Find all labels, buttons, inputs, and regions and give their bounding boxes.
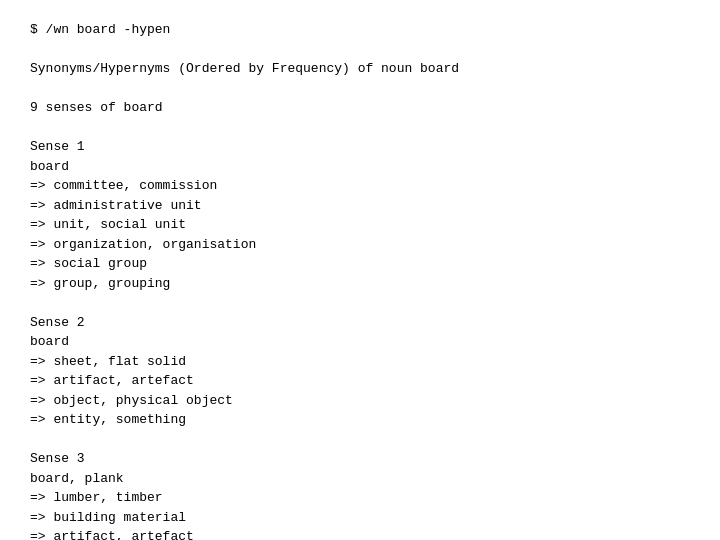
command-text: $ /wn board -hypen bbox=[30, 22, 170, 37]
sense-2-line-1: => sheet, flat solid bbox=[30, 352, 690, 372]
sense-2-block: Sense 2 board => sheet, flat solid => ar… bbox=[30, 313, 690, 430]
sense-3-label: Sense 3 bbox=[30, 449, 690, 469]
sense-2-line-3: => object, physical object bbox=[30, 391, 690, 411]
sense-1-line-6: => group, grouping bbox=[30, 274, 690, 294]
sense-1-line-2: => administrative unit bbox=[30, 196, 690, 216]
sense-1-word: board bbox=[30, 157, 690, 177]
senses-intro: 9 senses of board bbox=[30, 98, 690, 118]
sense-2-word: board bbox=[30, 332, 690, 352]
sense-2-line-2: => artifact, artefact bbox=[30, 371, 690, 391]
sense-1-line-1: => committee, commission bbox=[30, 176, 690, 196]
sense-3-line-3: => artifact, artefact bbox=[30, 527, 690, 540]
sense-1-block: Sense 1 board => committee, commission =… bbox=[30, 137, 690, 293]
sense-2-line-4: => entity, something bbox=[30, 410, 690, 430]
senses-intro-text: 9 senses of board bbox=[30, 100, 163, 115]
sense-1-line-5: => social group bbox=[30, 254, 690, 274]
sense-1-line-3: => unit, social unit bbox=[30, 215, 690, 235]
sense-1-line-4: => organization, organisation bbox=[30, 235, 690, 255]
header-text: Synonyms/Hypernyms (Ordered by Frequency… bbox=[30, 61, 459, 76]
sense-2-label: Sense 2 bbox=[30, 313, 690, 333]
sense-3-block: Sense 3 board, plank => lumber, timber =… bbox=[30, 449, 690, 540]
terminal-output: $ /wn board -hypen Synonyms/Hypernyms (O… bbox=[30, 20, 690, 540]
header-line: Synonyms/Hypernyms (Ordered by Frequency… bbox=[30, 59, 690, 79]
command-line: $ /wn board -hypen bbox=[30, 20, 690, 40]
sense-1-label: Sense 1 bbox=[30, 137, 690, 157]
sense-3-word: board, plank bbox=[30, 469, 690, 489]
sense-3-line-2: => building material bbox=[30, 508, 690, 528]
sense-3-line-1: => lumber, timber bbox=[30, 488, 690, 508]
